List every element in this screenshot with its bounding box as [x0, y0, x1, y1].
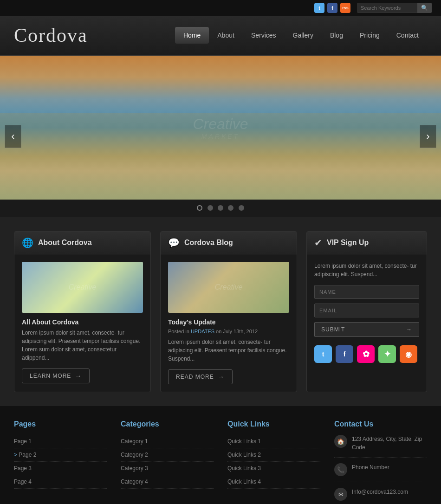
vip-card-title: VIP Sign Up — [327, 239, 369, 247]
vip-card: ✔ VIP Sign Up Lorem ipsum dolor sit amet… — [306, 231, 427, 392]
about-card-header: 🌐 About Cordova — [14, 232, 150, 254]
content-section: 🌐 About Cordova Creative All About Cordo… — [0, 217, 441, 406]
arrow-icon: → — [75, 372, 82, 380]
blog-thumb-watermark: Creative — [215, 283, 243, 291]
search-input[interactable] — [357, 3, 417, 13]
about-card-body: Creative All About Cordova Lorem ipsum d… — [14, 254, 150, 391]
blog-tag[interactable]: UPDATES — [191, 329, 214, 334]
footer-categories-list: Category 1 Category 2 Category 3 Categor… — [121, 435, 214, 489]
footer-categories: Categories Category 1 Category 2 Categor… — [121, 420, 214, 504]
footer-pages-list: Page 1 Page 2 Page 3 Page 4 — [14, 435, 107, 489]
blog-text: Lorem ipsum dolor sit amet, consecte- tu… — [168, 338, 289, 363]
top-bar: t f rss 🔍 — [0, 0, 441, 16]
footer-categories-title: Categories — [121, 420, 214, 428]
about-card-title: About Cordova — [38, 239, 92, 247]
footer-email-item: ✉ Info@cordova123.com — [334, 488, 427, 504]
main-nav: Home About Services Gallery Blog Pricing… — [175, 27, 427, 44]
footer-quicklinks: Quick Links Quick Links 1 Quick Links 2 … — [227, 420, 320, 504]
footer-page-2[interactable]: Page 2 — [14, 448, 107, 462]
vip-rss-button[interactable]: ◉ — [400, 345, 417, 363]
blog-card: 💬 Cordova Blog Creative Today's Update P… — [160, 231, 297, 392]
footer-cat-1[interactable]: Category 1 — [121, 435, 214, 448]
facebook-icon-top[interactable]: f — [327, 3, 337, 13]
vip-facebook-button[interactable]: f — [336, 345, 353, 363]
about-text: Lorem ipsum dolor sit amet, consecte- tu… — [22, 329, 143, 362]
vip-desc: Lorem ipsum dolor sit amet, consecte- tu… — [314, 262, 419, 278]
home-icon: 🏠 — [334, 435, 347, 448]
search-bar: 🔍 — [357, 3, 432, 13]
footer-pages: Pages Page 1 Page 2 Page 3 Page 4 — [14, 420, 107, 504]
about-card: 🌐 About Cordova Creative All About Cordo… — [14, 231, 151, 392]
nav-pricing[interactable]: Pricing — [351, 27, 388, 44]
about-thumb-watermark: Creative — [69, 283, 97, 291]
footer-address-item: 🏠 123 Address, City, State, Zip Code — [334, 435, 427, 458]
blog-card-body: Creative Today's Update Posted in UPDATE… — [161, 254, 297, 392]
vip-card-header: ✔ VIP Sign Up — [307, 232, 427, 254]
footer-cat-2[interactable]: Category 2 — [121, 448, 214, 462]
slider-next[interactable]: › — [420, 125, 436, 148]
header: Cordova Home About Services Gallery Blog… — [0, 16, 441, 56]
vip-email-input[interactable] — [314, 304, 419, 317]
blog-meta: Posted in UPDATES on July 13th, 2012 — [168, 329, 289, 334]
read-more-button[interactable]: READ MORE → — [168, 369, 233, 384]
blog-subtitle: Today's Update — [168, 318, 289, 326]
nav-contact[interactable]: Contact — [388, 27, 427, 44]
check-icon: ✔ — [314, 237, 322, 248]
chat-icon: 💬 — [168, 237, 180, 248]
dot-4[interactable] — [228, 205, 233, 211]
vip-stumbleupon-button[interactable]: ✦ — [378, 345, 396, 363]
vip-flickr-button[interactable]: ✿ — [357, 345, 375, 363]
arrow-icon: → — [218, 373, 225, 381]
nav-home[interactable]: Home — [175, 27, 209, 44]
footer-pages-title: Pages — [14, 420, 107, 428]
dot-1[interactable] — [197, 205, 202, 211]
footer-page-1[interactable]: Page 1 — [14, 435, 107, 448]
nav-gallery[interactable]: Gallery — [285, 27, 322, 44]
phone-icon: 📞 — [334, 463, 347, 476]
dot-5[interactable] — [239, 205, 244, 211]
learn-more-button[interactable]: LEARN MORE → — [22, 368, 90, 383]
footer-contact: Contact Us 🏠 123 Address, City, State, Z… — [334, 420, 427, 504]
slider-image: Creative MARKET — [0, 56, 441, 200]
vip-social-row: t f ✿ ✦ ◉ — [314, 345, 419, 363]
footer-quicklinks-list: Quick Links 1 Quick Links 2 Quick Links … — [227, 435, 320, 489]
footer-cat-4[interactable]: Category 4 — [121, 475, 214, 489]
submit-arrow-icon: → — [406, 326, 412, 333]
slider: Creative MARKET ‹ › — [0, 56, 441, 217]
footer-ql-1[interactable]: Quick Links 1 — [227, 435, 320, 448]
nav-about[interactable]: About — [209, 27, 243, 44]
footer-page-3[interactable]: Page 3 — [14, 462, 107, 475]
footer-email: Info@cordova123.com — [352, 488, 408, 496]
footer: Pages Page 1 Page 2 Page 3 Page 4 Catego… — [0, 406, 441, 504]
slider-dots — [0, 200, 441, 217]
blog-card-thumb: Creative — [168, 262, 289, 313]
blog-card-header: 💬 Cordova Blog — [161, 232, 297, 254]
nav-services[interactable]: Services — [243, 27, 285, 44]
dot-3[interactable] — [218, 205, 223, 211]
logo: Cordova — [14, 24, 88, 46]
slider-prev[interactable]: ‹ — [5, 125, 21, 148]
vip-submit-button[interactable]: SUBMIT → — [314, 322, 419, 337]
nav-blog[interactable]: Blog — [322, 27, 351, 44]
footer-ql-2[interactable]: Quick Links 2 — [227, 448, 320, 462]
search-button[interactable]: 🔍 — [417, 3, 432, 13]
vip-name-input[interactable] — [314, 285, 419, 299]
footer-cat-3[interactable]: Category 3 — [121, 462, 214, 475]
footer-page-4[interactable]: Page 4 — [14, 475, 107, 489]
blog-card-title: Cordova Blog — [184, 239, 233, 247]
footer-ql-3[interactable]: Quick Links 3 — [227, 462, 320, 475]
about-subtitle: All About Cordova — [22, 318, 143, 326]
rss-icon-top[interactable]: rss — [340, 3, 350, 13]
globe-icon: 🌐 — [22, 237, 33, 248]
footer-ql-4[interactable]: Quick Links 4 — [227, 475, 320, 489]
email-icon: ✉ — [334, 488, 347, 501]
footer-phone-item: 📞 Phone Number — [334, 463, 427, 482]
vip-card-body: Lorem ipsum dolor sit amet, consecte- tu… — [307, 254, 427, 370]
footer-phone: Phone Number — [352, 463, 389, 472]
twitter-icon-top[interactable]: t — [314, 3, 324, 13]
vip-twitter-button[interactable]: t — [314, 345, 332, 363]
footer-contact-title: Contact Us — [334, 420, 427, 428]
footer-address: 123 Address, City, State, Zip Code — [352, 435, 427, 452]
about-card-thumb: Creative — [22, 262, 143, 313]
dot-2[interactable] — [208, 205, 213, 211]
